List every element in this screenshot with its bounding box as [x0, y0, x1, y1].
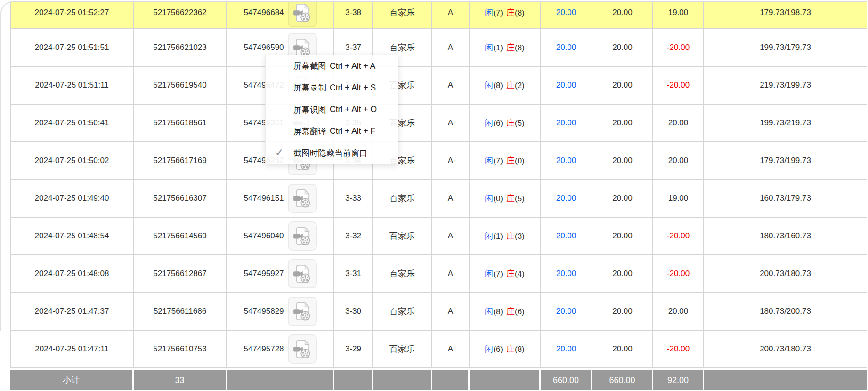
game-round-cell: 547495728 [227, 331, 334, 367]
banker-result: 庄(5) [506, 117, 525, 129]
menu-item-shortcut: Ctrl + Alt + O [330, 105, 377, 114]
bet-time: 2024-07-25 01:52:27 [10, 2, 134, 28]
table-row[interactable]: 2024-07-25 01:52:27 521756622362 5474966… [10, 2, 867, 29]
checkmark-icon: ✓ [275, 147, 284, 158]
bet-amount: 20.00 [541, 331, 592, 367]
video-replay-button[interactable] [288, 2, 317, 27]
context-menu-item[interactable]: 屏幕识图 Ctrl + Alt + O [266, 98, 398, 120]
table-row[interactable]: 2024-07-25 01:48:54 521756614569 5474960… [10, 218, 867, 255]
balance: 199.73/179.73 [704, 29, 867, 66]
game-result: 闲(1) 庄(8) [470, 29, 541, 66]
balance: 199.73/219.73 [704, 105, 867, 141]
bet-id: 521756617169 [134, 142, 227, 179]
banker-result: 庄(4) [506, 268, 525, 279]
bet-id: 521756622362 [134, 2, 227, 28]
bet-amount: 20.00 [541, 2, 592, 28]
menu-item-shortcut: Ctrl + Alt + S [330, 83, 376, 93]
table-row[interactable]: 2024-07-25 01:51:51 521756621023 5474965… [10, 29, 867, 67]
bet-time: 2024-07-25 01:50:41 [10, 105, 134, 141]
win-loss: -20.00 [653, 67, 704, 104]
context-menu-item[interactable]: 屏幕翻译 Ctrl + Alt + F [266, 121, 398, 142]
summary-empty-cell [227, 370, 334, 390]
video-replay-button[interactable] [288, 334, 317, 364]
game-round-id: 547496684 [243, 8, 284, 17]
valid-amount: 20.00 [592, 331, 653, 367]
balance: 180.73/200.73 [704, 293, 867, 330]
player-result: 闲(8) [485, 80, 503, 91]
round-number: 3-29 [334, 331, 373, 367]
game-result: 闲(0) 庄(5) [470, 180, 541, 217]
bet-id: 521756610753 [134, 331, 227, 367]
table-row[interactable]: 2024-07-25 01:49:40 521756616307 5474961… [10, 180, 867, 218]
table-row[interactable]: 2024-07-25 01:48:08 521756612867 5474959… [10, 255, 867, 293]
summary-bet-total: 660.00 [541, 370, 592, 390]
balance: 219.73/199.73 [704, 67, 867, 104]
banker-result: 庄(0) [506, 155, 525, 166]
balance: 179.73/199.73 [704, 142, 867, 179]
game-result: 闲(7) 庄(4) [470, 255, 541, 292]
banker-result: 庄(8) [506, 343, 525, 355]
video-document-icon [292, 339, 313, 359]
video-replay-button[interactable] [288, 184, 317, 213]
player-result: 闲(6) [485, 117, 503, 129]
table-row[interactable]: 2024-07-25 01:47:11 521756610753 5474957… [10, 331, 867, 368]
bet-id: 521756616307 [134, 180, 227, 217]
table-code: A [432, 180, 470, 217]
table-row[interactable]: 2024-07-25 01:51:11 521756619540 5474964… [10, 67, 867, 105]
win-loss: -20.00 [653, 255, 704, 292]
player-result: 闲(7) [485, 155, 503, 166]
game-round-id: 547496590 [243, 43, 284, 52]
table-row[interactable]: 2024-07-25 01:47:37 521756611686 5474958… [10, 293, 867, 331]
player-result: 闲(1) [485, 230, 503, 242]
win-loss: 20.00 [653, 293, 704, 330]
summary-row: 小计 33 660.00 660.00 92.00 [10, 370, 867, 390]
video-replay-button[interactable] [288, 221, 317, 251]
balance: 200.73/180.73 [704, 331, 867, 367]
video-replay-button[interactable] [288, 297, 317, 326]
valid-amount: 20.00 [592, 105, 653, 141]
banker-result: 庄(3) [506, 230, 525, 242]
table-row[interactable]: 2024-07-25 01:50:41 521756618561 5474963… [10, 105, 867, 142]
valid-amount: 20.00 [592, 293, 653, 330]
win-loss: 20.00 [653, 142, 704, 179]
summary-empty-cell [373, 370, 432, 390]
video-document-icon [292, 2, 313, 23]
summary-empty-cell [334, 370, 373, 390]
banker-result: 庄(8) [506, 42, 525, 53]
banker-result: 庄(6) [506, 306, 525, 317]
game-round-id: 547496151 [243, 194, 284, 203]
valid-amount: 20.00 [592, 67, 653, 104]
summary-winloss-total: 92.00 [653, 370, 704, 390]
bet-amount: 20.00 [541, 29, 592, 66]
player-result: 闲(8) [485, 306, 503, 317]
summary-count: 33 [134, 370, 227, 390]
balance: 160.73/179.73 [704, 180, 867, 217]
player-result: 闲(7) [485, 7, 503, 18]
player-result: 闲(0) [485, 193, 503, 204]
bet-id: 521756614569 [134, 218, 227, 254]
banker-result: 庄(2) [506, 80, 525, 91]
menu-item-label: 屏幕录制 [293, 82, 326, 93]
valid-amount: 20.00 [592, 218, 653, 254]
bet-amount: 20.00 [541, 218, 592, 254]
context-menu-item[interactable]: 屏幕截图 Ctrl + Alt + A [266, 55, 398, 77]
table-row[interactable]: 2024-07-25 01:50:02 521756617169 5474962… [10, 142, 867, 180]
context-menu-item[interactable]: 屏幕录制 Ctrl + Alt + S [266, 77, 398, 98]
balance: 180.73/160.73 [704, 218, 867, 254]
game-result: 闲(1) 庄(3) [470, 218, 541, 254]
video-replay-button[interactable] [288, 259, 317, 288]
screenshot-context-menu: 屏幕截图 Ctrl + Alt + A 屏幕录制 Ctrl + Alt + S … [265, 55, 398, 164]
bet-amount: 20.00 [541, 255, 592, 292]
bet-id: 521756612867 [134, 255, 227, 292]
bet-amount: 20.00 [541, 67, 592, 104]
round-number: 3-31 [334, 255, 373, 292]
game-round-id: 547495728 [243, 344, 284, 354]
bet-id: 521756619540 [134, 67, 227, 104]
bet-time: 2024-07-25 01:47:37 [10, 293, 134, 330]
menu-item-shortcut: Ctrl + Alt + A [330, 61, 375, 71]
betting-records-screen: 2024-07-25 01:52:27 521756622362 5474966… [0, 0, 868, 391]
round-number: 3-32 [334, 218, 373, 254]
context-menu-item[interactable]: ✓ 截图时隐藏当前窗口 [266, 142, 398, 164]
win-loss: 19.00 [653, 180, 704, 217]
valid-amount: 20.00 [592, 29, 653, 66]
